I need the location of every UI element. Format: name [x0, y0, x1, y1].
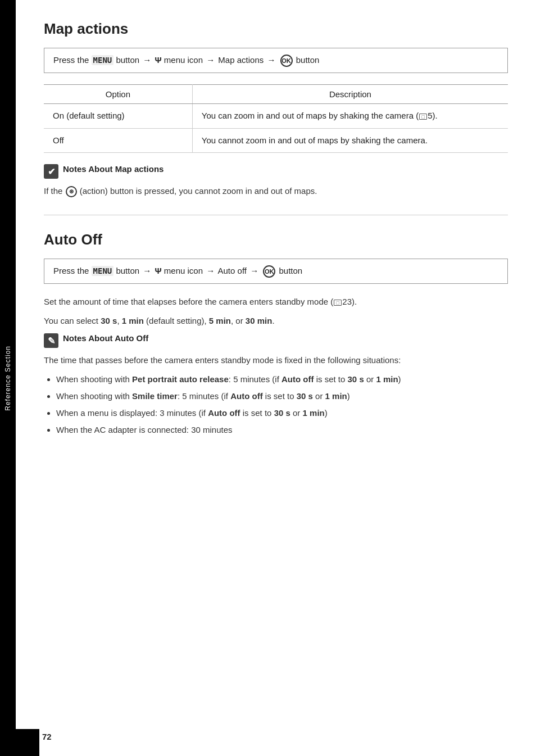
- auto-off-note-title: Notes About Auto Off: [63, 333, 148, 343]
- list-item: When shooting with Smile timer: 5 minute…: [56, 390, 508, 403]
- auto-arrow-2: →: [206, 266, 215, 275]
- auto-instruction-part2: menu icon: [164, 266, 205, 275]
- auto-off-body1: Set the amount of time that elapses befo…: [44, 295, 508, 309]
- instruction-part2: menu icon: [164, 55, 205, 65]
- menu-icon-2: Ψ: [155, 266, 163, 275]
- action-button-icon: ⊛: [66, 186, 77, 197]
- auto-instruction-part3: Auto off: [218, 266, 249, 275]
- sidebar-label: Reference Section: [4, 346, 12, 411]
- arrow-2: →: [206, 55, 215, 65]
- desc-cell-off: You cannot zoom in and out of maps by sh…: [192, 128, 508, 153]
- auto-off-instruction: Press the MENU button → Ψ menu icon → Au…: [44, 259, 508, 284]
- table-row: On (default setting) You can zoom in and…: [44, 104, 508, 129]
- menu-keyword-2: MENU: [92, 266, 114, 276]
- auto-arrow-1: →: [143, 266, 151, 275]
- map-actions-note-title: Notes About Map actions: [63, 164, 163, 174]
- map-actions-table: Option Description On (default setting) …: [44, 84, 508, 153]
- arrow-3: →: [267, 55, 275, 65]
- map-actions-title: Map actions: [44, 20, 508, 38]
- menu-icon-1: Ψ: [155, 55, 163, 65]
- auto-off-body2: You can select 30 s, 1 min (default sett…: [44, 314, 508, 328]
- option-cell: On (default setting): [44, 104, 192, 129]
- black-tab: [0, 729, 39, 756]
- instruction-part3: Map actions: [218, 55, 266, 65]
- book-ref-1: □: [419, 114, 427, 120]
- auto-off-note-body: The time that passes before the camera e…: [44, 354, 508, 367]
- map-actions-note: ✔ Notes About Map actions: [44, 164, 508, 179]
- col-header-desc: Description: [192, 85, 508, 104]
- auto-instruction-prefix: Press the: [53, 266, 89, 275]
- ok-button-2: OK: [263, 265, 275, 278]
- option-cell-off: Off: [44, 128, 192, 153]
- list-item: When the AC adapter is connected: 30 min…: [56, 423, 508, 437]
- main-content: Map actions Press the MENU button → Ψ me…: [16, 0, 536, 756]
- col-header-option: Option: [44, 85, 192, 104]
- list-item: When a menu is displayed: 3 minutes (if …: [56, 406, 508, 420]
- auto-off-note: ✎ Notes About Auto Off: [44, 333, 508, 348]
- desc-cell: You can zoom in and out of maps by shaki…: [192, 104, 508, 129]
- book-ref-2: □: [334, 300, 342, 306]
- auto-off-title: Auto Off: [44, 231, 508, 248]
- auto-instruction-part1: button: [116, 266, 142, 275]
- sidebar: Reference Section: [0, 0, 16, 756]
- arrow-1: →: [143, 55, 151, 65]
- table-row: Off You cannot zoom in and out of maps b…: [44, 128, 508, 153]
- section-divider: [44, 215, 508, 215]
- page-number: 72: [42, 732, 52, 741]
- instruction-suffix: button: [296, 55, 320, 65]
- auto-instruction-suffix: button: [279, 266, 302, 275]
- instruction-part1: button: [116, 55, 142, 65]
- note-checkmark-icon: ✔: [44, 164, 58, 179]
- auto-arrow-3: →: [250, 266, 258, 275]
- list-item: When shooting with Pet portrait auto rel…: [56, 373, 508, 386]
- note-pencil-icon: ✎: [44, 333, 58, 348]
- menu-keyword-1: MENU: [92, 55, 114, 65]
- auto-off-bullets: When shooting with Pet portrait auto rel…: [44, 373, 508, 437]
- map-actions-instruction: Press the MENU button → Ψ menu icon → Ma…: [44, 48, 508, 73]
- map-actions-note-body: If the ⊛ (action) button is pressed, you…: [44, 184, 508, 198]
- ok-button-1: OK: [280, 55, 293, 67]
- instruction-prefix: Press the: [53, 55, 89, 65]
